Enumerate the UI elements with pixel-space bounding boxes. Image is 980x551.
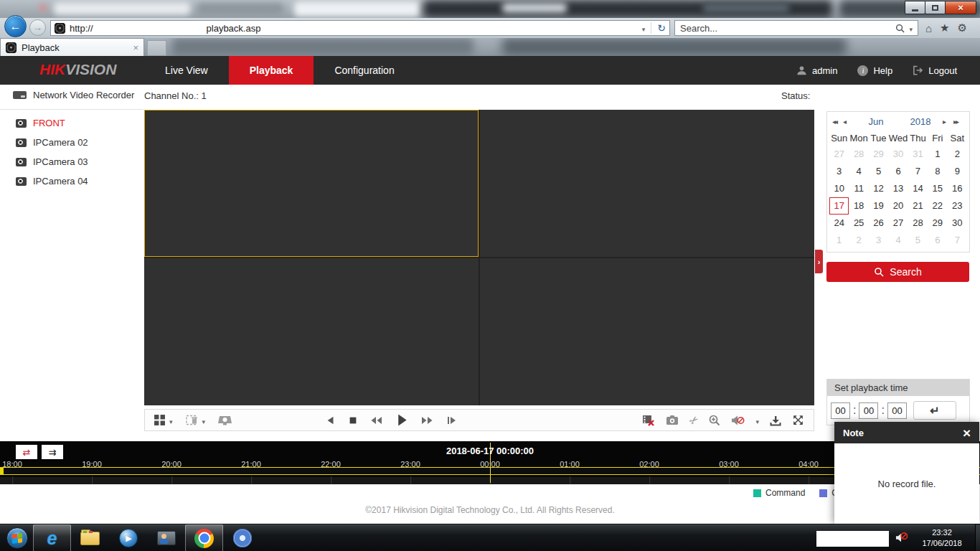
calendar-next-year-icon[interactable] (953, 118, 964, 126)
calendar-day[interactable]: 19 (869, 197, 888, 215)
calendar-day[interactable]: 18 (849, 197, 868, 215)
calendar-day[interactable]: 27 (829, 146, 849, 163)
calendar-day[interactable]: 25 (849, 215, 868, 232)
calendar-day[interactable]: 12 (869, 180, 888, 197)
home-icon[interactable] (925, 22, 932, 34)
calendar-day[interactable]: 16 (948, 180, 967, 197)
tab-close-icon[interactable] (133, 42, 138, 53)
calendar-day[interactable]: 20 (888, 197, 908, 215)
fisheye-button[interactable] (218, 415, 232, 426)
taskbar-clock[interactable]: 23:32 17/06/2018 (913, 527, 971, 549)
camera-list-item[interactable]: IPCamera 04 (0, 171, 143, 191)
search-dropdown-icon[interactable] (909, 23, 913, 34)
capture-button[interactable] (666, 415, 679, 425)
timeline-zoom-in-button[interactable] (42, 445, 63, 459)
playback-timeline[interactable]: 2018-06-17 00:00:00 18:0019:0020:0021:00… (0, 441, 980, 484)
calendar-day[interactable]: 3 (869, 232, 888, 249)
fullscreen-button[interactable] (792, 414, 804, 426)
panel-collapse-handle[interactable] (815, 250, 823, 273)
nav-tab[interactable]: Configuration (314, 56, 415, 85)
calendar-day[interactable]: 27 (888, 215, 908, 232)
calendar-day[interactable]: 5 (908, 232, 928, 249)
calendar-day[interactable]: 1 (829, 232, 849, 249)
calendar-day[interactable]: 8 (928, 163, 947, 180)
set-time-enter-button[interactable] (913, 401, 956, 420)
search-icon[interactable] (895, 24, 905, 33)
calendar-day[interactable]: 30 (948, 215, 967, 232)
calendar-day[interactable]: 14 (908, 180, 928, 197)
address-dropdown-icon[interactable] (642, 22, 646, 34)
calendar-day[interactable]: 4 (888, 232, 908, 249)
download-button[interactable] (770, 415, 781, 426)
calendar-day[interactable]: 30 (888, 146, 908, 163)
nav-tab[interactable]: Live View (144, 56, 229, 85)
slow-rewind-button[interactable] (370, 415, 383, 425)
digital-zoom-button[interactable] (709, 415, 720, 426)
maximize-button[interactable] (925, 1, 946, 14)
taskbar-item-media-player[interactable] (109, 524, 147, 551)
calendar-year[interactable]: 2018 (898, 116, 943, 127)
minutes-input[interactable]: 00 (859, 402, 878, 419)
stop-button[interactable] (348, 415, 358, 425)
calendar-day[interactable]: 17 (829, 197, 849, 215)
clear-selection-button[interactable] (186, 414, 199, 426)
calendar-day[interactable]: 11 (849, 180, 868, 197)
calendar-day[interactable]: 31 (908, 146, 928, 163)
camera-list-item[interactable]: FRONT (0, 113, 143, 133)
window-division-dropdown-icon[interactable] (169, 414, 173, 427)
calendar-prev-month-icon[interactable] (843, 118, 854, 126)
calendar-day[interactable]: 13 (888, 180, 908, 197)
refresh-icon[interactable] (657, 22, 666, 34)
calendar-day[interactable]: 28 (849, 146, 868, 163)
video-pane-1-selected[interactable] (144, 110, 479, 257)
taskbar-item-explorer[interactable] (71, 524, 109, 551)
calendar-day[interactable]: 1 (928, 146, 947, 163)
note-close-icon[interactable] (963, 426, 971, 440)
show-desktop-button[interactable] (975, 524, 980, 551)
calendar-day[interactable]: 9 (948, 163, 967, 180)
calendar-prev-year-icon[interactable] (832, 118, 843, 126)
calendar-day[interactable]: 21 (908, 197, 928, 215)
close-button[interactable]: × (945, 1, 976, 14)
camera-list-item[interactable]: IPCamera 03 (0, 152, 143, 171)
search-button[interactable]: Search (826, 262, 969, 282)
volume-muted-icon[interactable] (895, 532, 908, 547)
calendar-next-month-icon[interactable] (943, 118, 953, 126)
calendar-day[interactable]: 7 (948, 232, 967, 249)
user-menu[interactable]: admin (796, 65, 837, 76)
mute-button[interactable] (731, 415, 745, 426)
calendar-day[interactable]: 24 (829, 215, 849, 232)
single-frame-button[interactable] (446, 415, 457, 425)
volume-dropdown-icon[interactable] (755, 414, 759, 427)
fast-forward-button[interactable] (420, 415, 433, 425)
video-pane-3[interactable] (144, 258, 479, 405)
taskbar-item-internet-explorer[interactable]: e (33, 524, 71, 551)
calendar-day[interactable]: 7 (908, 163, 928, 180)
calendar-day[interactable]: 3 (829, 163, 849, 180)
device-tree-root[interactable]: Network Video Recorder (13, 90, 134, 100)
clip-button[interactable] (689, 414, 699, 427)
calendar-day[interactable]: 23 (948, 197, 967, 215)
address-bar[interactable]: http:// playback.asp (50, 20, 670, 36)
calendar-day[interactable]: 26 (869, 215, 888, 232)
favorites-icon[interactable] (940, 22, 949, 34)
calendar-day[interactable]: 22 (928, 197, 947, 215)
clear-selection-dropdown-icon[interactable] (202, 414, 206, 427)
browser-search-input[interactable]: Search... (674, 20, 918, 36)
calendar-day[interactable]: 10 (829, 180, 849, 197)
taskbar-item-chromium[interactable] (223, 524, 261, 551)
calendar-day[interactable]: 15 (928, 180, 947, 197)
video-pane-2[interactable] (480, 110, 814, 257)
stop-all-recording-button[interactable] (642, 414, 655, 426)
taskbar-item-remote-app[interactable] (147, 524, 185, 551)
nav-tab[interactable]: Playback (229, 56, 314, 85)
settings-icon[interactable] (958, 22, 967, 34)
help-button[interactable]: Help (857, 65, 892, 76)
calendar-day[interactable]: 2 (948, 146, 967, 163)
new-tab-button[interactable] (147, 40, 166, 56)
calendar-day[interactable]: 29 (869, 146, 888, 163)
browser-tab-playback[interactable]: Playback (0, 38, 144, 56)
reverse-play-button[interactable] (326, 415, 336, 425)
calendar-day[interactable]: 28 (908, 215, 928, 232)
calendar-month[interactable]: Jun (854, 116, 898, 127)
